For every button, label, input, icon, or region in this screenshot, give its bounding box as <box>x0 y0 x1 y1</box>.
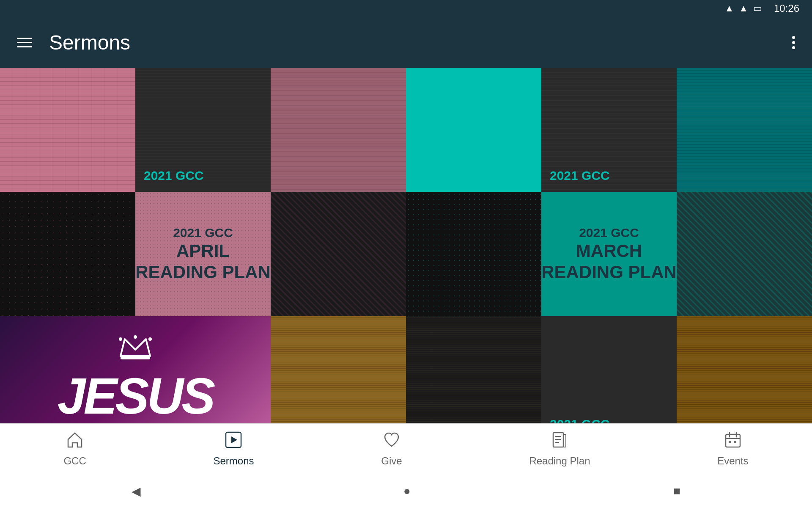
april-plan-month: APRIL <box>135 240 271 262</box>
grid-cell-march-reading-plan[interactable]: 2021 GCC MARCH READING PLAN <box>541 192 677 316</box>
grid-cell-3-4[interactable] <box>406 316 541 440</box>
grid-cell-2-6[interactable] <box>677 192 812 316</box>
grid-cell-2-4[interactable] <box>406 192 541 316</box>
gcc-label-2: 2021 GCC <box>550 168 610 183</box>
home-button[interactable]: ● <box>395 480 419 502</box>
grid-cell-3-6[interactable] <box>677 316 812 440</box>
svg-rect-17 <box>734 441 736 443</box>
signal-icon: ▲ <box>739 3 748 14</box>
home-icon <box>66 431 84 452</box>
april-plan-label: READING PLAN <box>135 262 271 283</box>
grid-cell-1-4[interactable] <box>406 68 541 192</box>
page-title: Sermons <box>49 31 792 54</box>
nav-gcc-label: GCC <box>63 455 86 467</box>
grid-cell-1-5[interactable]: 2021 GCC <box>541 68 677 192</box>
svg-point-3 <box>134 335 137 339</box>
back-button[interactable]: ◀ <box>123 480 149 502</box>
system-nav: ◀ ● ■ <box>0 474 812 508</box>
nav-events-label: Events <box>717 455 748 467</box>
grid-cell-1-1[interactable] <box>0 68 135 192</box>
status-bar: ▲ ▲ ▭ 10:26 <box>0 0 812 17</box>
recent-button[interactable]: ■ <box>665 480 689 502</box>
nav-gcc[interactable]: GCC <box>55 427 94 471</box>
book-icon <box>551 431 568 452</box>
march-plan-year: 2021 GCC <box>541 225 677 240</box>
app-bar: Sermons <box>0 17 812 68</box>
svg-marker-6 <box>231 436 237 443</box>
nav-reading-plan[interactable]: Reading Plan <box>521 427 598 471</box>
grid-cell-2-1[interactable] <box>0 192 135 316</box>
grid-cell-3-3[interactable] <box>271 316 406 440</box>
grid-cell-1-3[interactable] <box>271 68 406 192</box>
calendar-icon <box>724 431 742 452</box>
nav-sermons[interactable]: Sermons <box>205 427 262 471</box>
battery-icon: ▭ <box>753 3 762 14</box>
nav-sermons-label: Sermons <box>213 455 254 467</box>
grid-cell-1-6[interactable] <box>677 68 812 192</box>
grid-cell-jesus[interactable]: JESUS <box>0 316 271 440</box>
status-time: 10:26 <box>774 3 799 14</box>
nav-give[interactable]: Give <box>373 427 410 471</box>
svg-point-4 <box>148 337 152 341</box>
wifi-icon: ▲ <box>724 3 734 14</box>
crown-icon <box>118 335 152 366</box>
more-button[interactable] <box>792 36 795 49</box>
jesus-text: JESUS <box>58 370 214 421</box>
gcc-label-1: 2021 GCC <box>144 168 204 183</box>
heart-icon <box>383 431 401 452</box>
grid-cell-april-reading-plan[interactable]: 2021 GCC APRIL READING PLAN <box>135 192 271 316</box>
march-plan-month: MARCH <box>541 240 677 262</box>
april-plan-year: 2021 GCC <box>135 225 271 240</box>
svg-point-2 <box>119 337 122 341</box>
play-icon <box>225 431 242 452</box>
grid-cell-2-3[interactable] <box>271 192 406 316</box>
svg-rect-11 <box>563 434 566 447</box>
bottom-nav: GCC Sermons Give Reading P <box>0 423 812 474</box>
grid-cell-3-5[interactable]: 2021 GCC <box>541 316 677 440</box>
svg-rect-12 <box>726 434 740 447</box>
grid-cell-1-2[interactable]: 2021 GCC <box>135 68 271 192</box>
nav-give-label: Give <box>381 455 402 467</box>
svg-marker-0 <box>121 339 150 356</box>
nav-events[interactable]: Events <box>709 427 757 471</box>
march-plan-label: READING PLAN <box>541 262 677 283</box>
menu-button[interactable] <box>17 38 32 47</box>
svg-rect-16 <box>729 441 731 443</box>
content-grid: 2021 GCC 2021 GCC 2021 GCC APRIL READING… <box>0 68 812 440</box>
nav-reading-plan-label: Reading Plan <box>529 455 590 467</box>
svg-rect-1 <box>121 356 150 359</box>
